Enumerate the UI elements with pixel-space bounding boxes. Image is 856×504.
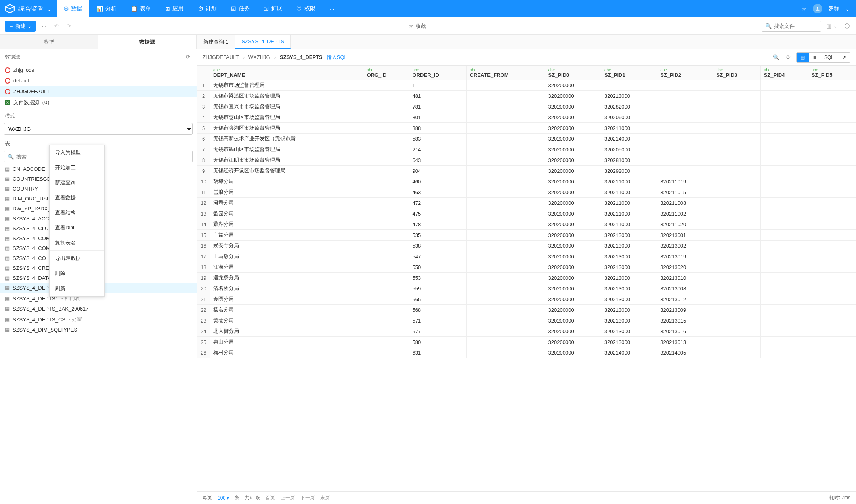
table-row[interactable]: 26梅村分局631320200000320214000320214005 xyxy=(197,347,856,358)
nav-应用[interactable]: ⊞应用 xyxy=(158,0,191,17)
next-page[interactable]: 下一页 xyxy=(300,494,315,501)
table-row[interactable]: 2无锡市梁溪区市场监督管理局481320200000320213000 xyxy=(197,91,856,101)
table-row[interactable]: 7无锡市锡山区市场监督管理局214320200000320205000 xyxy=(197,144,856,155)
editor-tab[interactable]: SZSYS_4_DEPTS xyxy=(235,35,291,49)
context-menu-item[interactable]: 新建查询 xyxy=(50,175,104,190)
context-menu-item[interactable]: 导出表数据 xyxy=(50,251,104,266)
context-menu-item[interactable]: 刷新 xyxy=(50,281,104,296)
table-item[interactable]: ▦SZSYS_4_DIM_SQLTYPES xyxy=(0,325,197,335)
datasource-item[interactable]: X文件数据源（0） xyxy=(0,97,197,109)
table-icon: ▦ xyxy=(5,275,10,281)
table-item[interactable]: ▦SZSYS_4_DEPTS_BAK_200617 xyxy=(0,304,197,314)
input-sql-link[interactable]: 输入SQL xyxy=(327,54,347,61)
tab-model[interactable]: 模型 xyxy=(0,35,98,49)
table-row[interactable]: 22扬名分局568320200000320213000320213009 xyxy=(197,305,856,315)
nav-more[interactable]: ··· xyxy=(323,6,342,12)
context-menu-item[interactable]: 查看DDL xyxy=(50,220,104,235)
first-page[interactable]: 首页 xyxy=(266,494,275,501)
refresh-icon[interactable]: ⟳ xyxy=(184,52,192,61)
table-row[interactable]: 20清名桥分局559320200000320213000320213008 xyxy=(197,283,856,294)
sql-view-button[interactable]: SQL xyxy=(820,53,838,62)
table-row[interactable]: 17上马墩分局547320200000320213000320213019 xyxy=(197,251,856,262)
column-header[interactable]: abcSZ_PID1 xyxy=(601,66,657,80)
table-row[interactable]: 13蠡园分局475320200000320211000320211002 xyxy=(197,208,856,219)
info-icon[interactable]: ⓘ xyxy=(843,21,851,31)
data-grid: abcDEPT_NAMEabcORG_IDabcORDER_IDabcCREAT… xyxy=(197,66,856,358)
datasource-item[interactable]: default xyxy=(0,75,197,86)
context-menu-item[interactable]: 查看数据 xyxy=(50,190,104,205)
table-row[interactable]: 25惠山分局580320200000320213000320213013 xyxy=(197,337,856,347)
new-button[interactable]: ＋ 新建 ⌄ xyxy=(5,21,36,32)
more-icon[interactable]: ··· xyxy=(40,21,48,31)
table-row[interactable]: 3无锡市宜兴市市场监督管理局781320200000320282000 xyxy=(197,101,856,112)
table-row[interactable]: 12河埒分局472320200000320211000320211008 xyxy=(197,198,856,208)
table-row[interactable]: 18江海分局550320200000320213000320213020 xyxy=(197,262,856,273)
column-header[interactable]: abcSZ_PID4 xyxy=(760,66,808,80)
refresh-icon[interactable]: ⟳ xyxy=(785,53,792,62)
table-row[interactable]: 4无锡市惠山区市场监督管理局301320200000320206000 xyxy=(197,112,856,123)
table-row[interactable]: 5无锡市滨湖区市场监督管理局388320200000320211000 xyxy=(197,123,856,134)
nav-权限[interactable]: 🛡权限 xyxy=(289,0,323,17)
context-menu-item[interactable]: 删除 xyxy=(50,266,104,281)
nav-计划[interactable]: ⏱计划 xyxy=(191,0,224,17)
column-header[interactable]: abcSZ_PID0 xyxy=(545,66,601,80)
table-row[interactable]: 10胡埭分局460320200000320211000320211019 xyxy=(197,176,856,187)
favorite-label[interactable]: 收藏 xyxy=(416,23,426,30)
tab-datasource[interactable]: 数据源 xyxy=(98,35,197,49)
star-icon[interactable]: ☆ xyxy=(802,6,806,12)
column-header[interactable]: abcSZ_PID2 xyxy=(657,66,713,80)
column-header[interactable]: abcCREATE_FROM xyxy=(466,66,545,80)
star-icon[interactable]: ☆ xyxy=(409,23,413,29)
grid-view-button[interactable]: ▦ xyxy=(797,53,809,62)
table-icon: ▦ xyxy=(5,285,10,291)
column-header[interactable]: abcDEPT_NAME xyxy=(210,66,363,80)
table-row[interactable]: 24北大街分局577320200000320213000320213016 xyxy=(197,326,856,337)
table-row[interactable]: 1无锡市市场监督管理局1320200000 xyxy=(197,80,856,91)
redo-icon[interactable]: ↷ xyxy=(65,21,73,31)
search-icon[interactable]: 🔍 xyxy=(771,53,781,62)
nav-表单[interactable]: 📋表单 xyxy=(124,0,158,17)
table-row[interactable]: 15广益分局535320200000320213000320213001 xyxy=(197,230,856,241)
table-row[interactable]: 19迎龙桥分局553320200000320213000320213010 xyxy=(197,273,856,283)
table-row[interactable]: 9无锡经济开发区市场监督管理局904320200000320292000 xyxy=(197,166,856,176)
table-row[interactable]: 11雪浪分局463320200000320211000320211015 xyxy=(197,187,856,198)
mode-select[interactable]: WXZHJG xyxy=(4,123,193,135)
page-size[interactable]: 100 ▾ xyxy=(218,495,229,501)
prev-page[interactable]: 上一页 xyxy=(281,494,295,501)
table-row[interactable]: 23黄巷分局571320200000320213000320213015 xyxy=(197,315,856,326)
table-item[interactable]: ▦SZSYS_4_DEPTS_CS - 处室 xyxy=(0,314,197,325)
context-menu-item[interactable]: 查看结构 xyxy=(50,205,104,220)
table-row[interactable]: 8无锡市江阴市市场监督管理局643320200000320281000 xyxy=(197,155,856,166)
column-header[interactable]: abcORDER_ID xyxy=(409,66,466,80)
search-input[interactable]: 🔍 xyxy=(762,21,821,32)
nav-任务[interactable]: ☑任务 xyxy=(224,0,257,17)
column-header[interactable]: abcSZ_PID3 xyxy=(713,66,760,80)
user-name[interactable]: 罗群 xyxy=(829,5,839,12)
context-menu-item[interactable]: 复制表名 xyxy=(50,235,104,250)
column-header[interactable]: abcORG_ID xyxy=(363,66,409,80)
table-row[interactable]: 14蠡湖分局478320200000320211000320211020 xyxy=(197,219,856,230)
nav-数据[interactable]: ⛁数据 xyxy=(57,0,89,17)
nav-扩展[interactable]: ⇲扩展 xyxy=(257,0,289,17)
nav-分析[interactable]: 📊分析 xyxy=(89,0,124,17)
table-row[interactable]: 16崇安寺分局538320200000320213000320213002 xyxy=(197,241,856,251)
context-menu-item[interactable]: 开始加工 xyxy=(50,160,104,175)
list-view-button[interactable]: ≡ xyxy=(809,53,820,62)
last-page[interactable]: 末页 xyxy=(320,494,330,501)
layout-icon[interactable]: ▥ ⌄ xyxy=(825,21,839,31)
app-logo[interactable]: 综合监管 ⌄ xyxy=(0,4,57,14)
table-row[interactable]: 6无锡高新技术产业开发区（无锡市新583320200000320214000 xyxy=(197,134,856,144)
user-avatar[interactable] xyxy=(813,4,822,13)
column-header[interactable]: abcSZ_PID5 xyxy=(808,66,856,80)
editor-tab[interactable]: 新建查询-1 xyxy=(197,35,235,49)
context-menu-item[interactable]: 导入为模型 xyxy=(50,145,104,160)
undo-icon[interactable]: ↶ xyxy=(53,21,60,31)
chart-view-button[interactable]: ↗ xyxy=(838,53,850,62)
logo-icon xyxy=(5,4,15,14)
crumb-schema[interactable]: WXZHJG xyxy=(248,54,270,60)
crumb-ds[interactable]: ZHJGDEFAULT xyxy=(203,54,239,60)
table-row[interactable]: 21金匮分局565320200000320213000320213012 xyxy=(197,294,856,305)
datasource-item[interactable]: zhjg_ods xyxy=(0,65,197,75)
datasource-item[interactable]: ZHJGDEFAULT xyxy=(0,86,197,97)
table-icon: ▦ xyxy=(5,196,10,202)
